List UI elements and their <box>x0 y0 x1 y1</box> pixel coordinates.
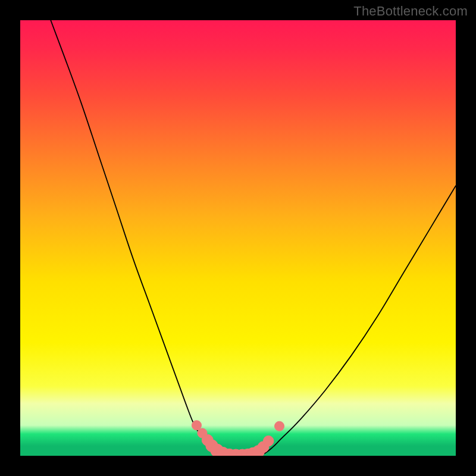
chart-svg <box>20 20 456 456</box>
left-curve <box>51 20 229 456</box>
chart-plot-area <box>20 20 456 456</box>
watermark-text: TheBottleneck.com <box>353 4 468 19</box>
right-curve <box>255 186 456 456</box>
bottom-marker-group <box>192 421 284 456</box>
chart-frame: TheBottleneck.com <box>0 0 476 476</box>
bottom-marker <box>274 421 284 431</box>
bottom-marker <box>263 436 274 446</box>
